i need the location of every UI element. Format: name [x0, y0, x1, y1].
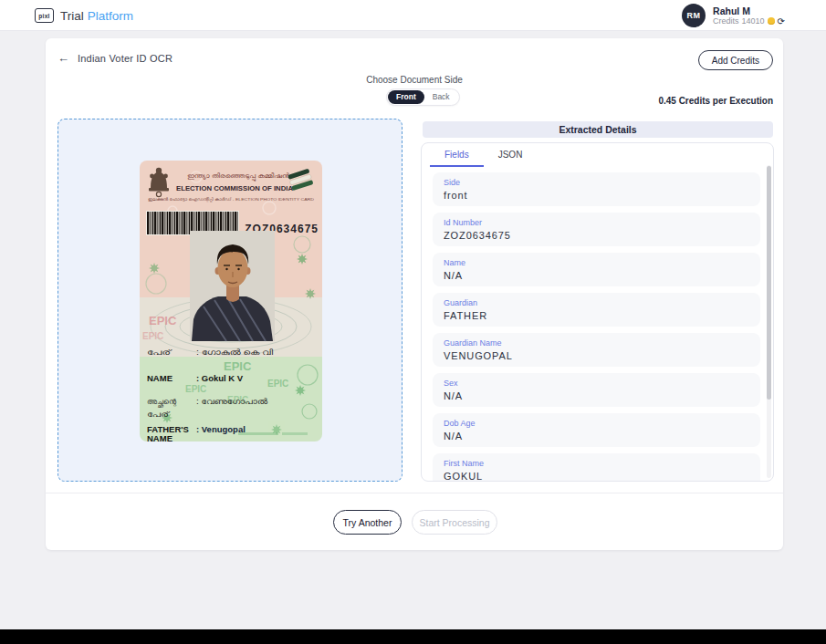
field-value: FATHER	[444, 310, 749, 321]
fields-list: Side front Id Number ZOZ0634675 Name N/A…	[422, 167, 773, 481]
refresh-icon[interactable]: ⟳	[778, 16, 785, 26]
svg-text:EPIC: EPIC	[142, 331, 163, 341]
svg-text:EPIC: EPIC	[267, 379, 288, 389]
brand-platform: Platform	[88, 9, 133, 23]
svg-text:EPIC: EPIC	[224, 359, 252, 373]
back-arrow-icon[interactable]: ←	[58, 51, 69, 65]
cost-note: 0.45 Credits per Execution	[658, 96, 773, 106]
avatar[interactable]: RM	[682, 4, 706, 27]
field-item: Side front	[433, 172, 760, 206]
credits-value: 14010	[742, 16, 765, 26]
voter-id-card-image: ഇന്ത്യാ തിരഞ്ഞെടുപ്പു കമ്മീഷൻ ELECTION C…	[140, 161, 322, 441]
main-card: ← Indian Voter ID OCR Add Credits Choose…	[46, 38, 783, 550]
field-value: ZOZ0634675	[444, 230, 749, 241]
brand-trial: Trial	[60, 9, 84, 23]
document-preview-panel: ഇന്ത്യാ തിരഞ്ഞെടുപ്പു കമ്മീഷൻ ELECTION C…	[58, 119, 403, 482]
field-label: Name	[444, 258, 749, 268]
field-label: Dob Age	[444, 419, 749, 429]
pixl-logo-icon: pixl	[35, 8, 54, 23]
credits-label: Credits	[713, 16, 739, 26]
tab-json[interactable]: JSON	[484, 143, 538, 167]
field-value: N/A	[444, 390, 749, 401]
field-value: front	[444, 190, 749, 201]
svg-text:NAME: NAME	[147, 373, 173, 383]
svg-text:ELECTION COMMISSION OF INDIA: ELECTION COMMISSION OF INDIA	[176, 184, 294, 192]
tab-fields[interactable]: Fields	[430, 143, 484, 167]
field-label: First Name	[444, 459, 749, 469]
document-side-toggle: Front Back	[386, 88, 460, 106]
svg-text:: Gokul K V: : Gokul K V	[196, 373, 244, 383]
svg-text:EPIC: EPIC	[149, 314, 177, 327]
field-value: GOKUL	[444, 471, 749, 481]
svg-text:: വേണുഗോപാൽ: : വേണുഗോപാൽ	[196, 397, 268, 406]
page-title: Indian Voter ID OCR	[78, 53, 173, 64]
field-item: Sex N/A	[433, 373, 760, 407]
field-item: Name N/A	[433, 253, 760, 286]
field-label: Sex	[444, 379, 749, 389]
field-label: Side	[444, 178, 749, 188]
taskbar	[0, 629, 826, 644]
toggle-back[interactable]: Back	[424, 90, 458, 104]
user-block: RM Rahul M Credits 14010 ⟳	[682, 4, 785, 27]
portrait-photo	[190, 231, 275, 341]
brand: pixl Trial Platform	[35, 0, 133, 31]
field-item: First Name GOKUL	[433, 453, 760, 481]
svg-text:പേര്: പേര്	[147, 410, 171, 419]
svg-text:NAME: NAME	[147, 433, 173, 441]
coin-icon	[768, 17, 775, 25]
toggle-front[interactable]: Front	[388, 90, 424, 104]
credits-row: Credits 14010 ⟳	[713, 16, 785, 26]
field-label: Guardian Name	[444, 338, 749, 348]
top-header: pixl Trial Platform RM Rahul M Credits 1…	[0, 0, 826, 31]
field-value: N/A	[444, 431, 749, 441]
divider	[46, 493, 783, 493]
user-name: Rahul M	[713, 5, 785, 16]
svg-text:പേര്: പേര്	[147, 348, 173, 357]
field-label: Guardian	[444, 298, 749, 308]
svg-text:: Venugopal: : Venugopal	[196, 424, 246, 434]
field-item: Id Number ZOZ0634675	[433, 213, 760, 246]
choose-side-label: Choose Document Side	[46, 75, 783, 85]
results-panel: Fields JSON Side front Id Number ZOZ0634…	[421, 142, 774, 482]
add-credits-button[interactable]: Add Credits	[698, 50, 773, 70]
start-processing-button[interactable]: Start Processing	[412, 510, 497, 535]
breadcrumb: ← Indian Voter ID OCR	[58, 51, 173, 65]
svg-text:: ഗോകുൽ കെ വി: : ഗോകുൽ കെ വി	[196, 348, 273, 357]
field-item: Dob Age N/A	[433, 413, 760, 447]
extracted-details-header: Extracted Details	[423, 121, 773, 138]
scrollbar-track[interactable]	[767, 165, 771, 478]
field-label: Id Number	[444, 218, 749, 228]
results-tabs: Fields JSON	[422, 143, 773, 167]
field-value: VENUGOPAL	[444, 350, 749, 361]
scrollbar-thumb[interactable]	[767, 166, 771, 400]
field-item: Guardian Name VENUGOPAL	[433, 333, 760, 367]
field-value: N/A	[444, 270, 749, 281]
svg-text:EPIC: EPIC	[185, 384, 206, 394]
field-item: Guardian FATHER	[433, 293, 760, 327]
try-another-button[interactable]: Try Another	[333, 510, 402, 535]
